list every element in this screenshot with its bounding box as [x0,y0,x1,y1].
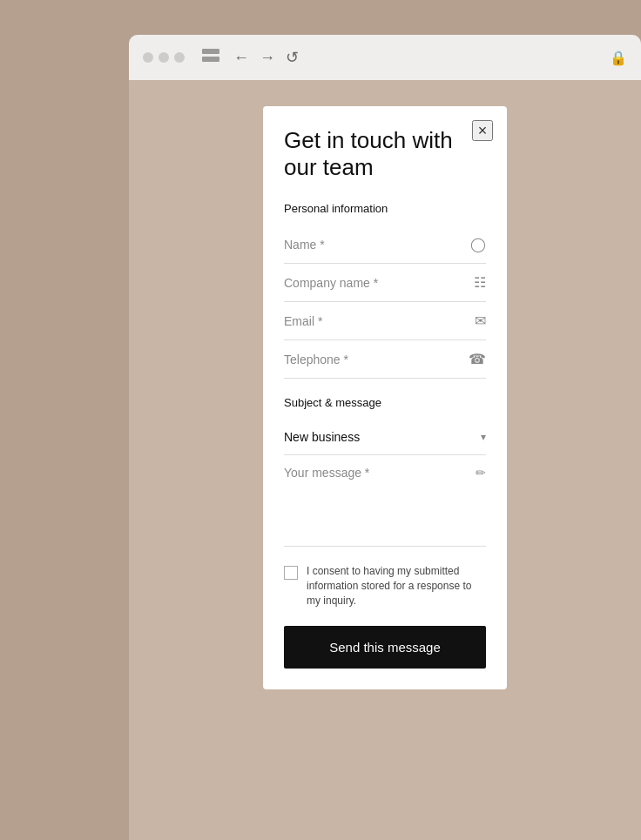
browser-dot-red[interactable] [143,52,153,63]
tab-icon [202,49,219,66]
message-textarea[interactable] [284,466,476,535]
personal-section-label: Personal information [284,202,486,215]
consent-checkbox[interactable] [284,566,298,580]
browser-window: ← → ↺ 🔒 × Get in touch with our team Per… [129,35,641,840]
refresh-button[interactable]: ↺ [286,48,299,67]
close-button[interactable]: × [472,120,493,141]
lock-icon: 🔒 [610,50,627,66]
consent-text: I consent to having my submitted informa… [307,564,486,608]
message-field[interactable]: ✏ [284,455,486,547]
email-field[interactable]: ✉ [284,302,486,340]
company-input[interactable] [284,276,474,290]
back-button[interactable]: ← [233,49,249,67]
telephone-field[interactable]: ☎ [284,340,486,379]
subject-section-label: Subject & message [284,396,486,409]
envelope-icon: ✉ [475,312,486,329]
browser-content: × Get in touch with our team Personal in… [129,80,641,840]
company-field[interactable]: ☷ [284,264,486,302]
personal-info-section: Personal information ◯ ☷ ✉ ☎ [284,202,486,379]
name-input[interactable] [284,238,470,252]
chevron-down-icon: ▾ [481,431,486,443]
modal-title: Get in touch with our team [284,127,486,181]
edit-icon: ✏ [476,466,486,480]
subject-message-section: Subject & message New business Support P… [284,396,486,547]
phone-icon: ☎ [469,351,486,367]
browser-dots [143,52,185,63]
name-field[interactable]: ◯ [284,225,486,264]
forward-button[interactable]: → [260,49,275,67]
browser-navigation: ← → ↺ [233,48,299,67]
browser-toolbar: ← → ↺ 🔒 [129,35,641,80]
subject-select-field[interactable]: New business Support Partnership Other ▾ [284,420,486,455]
subject-select[interactable]: New business Support Partnership Other [284,430,481,444]
submit-button[interactable]: Send this message [284,626,486,669]
email-input[interactable] [284,314,475,328]
person-icon: ◯ [470,236,486,252]
consent-section: I consent to having my submitted informa… [284,564,486,608]
browser-dot-yellow[interactable] [159,52,169,63]
telephone-input[interactable] [284,353,469,366]
building-icon: ☷ [474,274,486,291]
browser-dot-green[interactable] [174,52,185,63]
contact-modal: × Get in touch with our team Personal in… [263,106,507,689]
